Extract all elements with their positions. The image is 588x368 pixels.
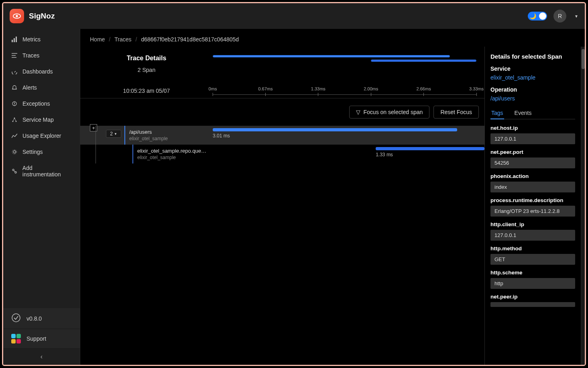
tag-row: net.host.ip127.0.0.1: [490, 125, 575, 144]
scrollbar[interactable]: [581, 47, 585, 365]
tag-row: phoenix.actionindex: [490, 173, 575, 192]
tag-value: GET: [490, 254, 575, 265]
breadcrumb-home[interactable]: Home: [90, 36, 105, 43]
tag-key: http.client_ip: [490, 221, 575, 227]
span-operation: elixir_otel_sample.repo.que…: [137, 148, 213, 154]
minimap-bar: [371, 59, 476, 62]
tick-label: 2.00ms: [364, 86, 378, 91]
breadcrumb-traces[interactable]: Traces: [114, 36, 131, 43]
reset-focus-button[interactable]: Reset Focus: [433, 106, 479, 119]
operation-link[interactable]: /api/users: [490, 95, 575, 102]
child-count-badge[interactable]: 2 ▼: [106, 130, 121, 138]
tab-tags[interactable]: Tags: [490, 107, 504, 119]
operation-label: Operation: [490, 86, 575, 93]
span-duration-bar: [213, 128, 457, 131]
sidebar-item-label: Settings: [22, 149, 43, 155]
dashboard-icon: [11, 68, 18, 75]
sidebar-item-settings[interactable]: Settings: [3, 144, 80, 160]
tag-value: 127.0.0.1: [490, 230, 575, 241]
svg-line-17: [14, 118, 16, 121]
tag-row: net.peer.ip: [490, 294, 575, 307]
focus-span-button[interactable]: ▽ Focus on selected span: [349, 106, 430, 119]
minimap-bar: [213, 55, 450, 57]
sidebar-item-label: Alerts: [22, 84, 37, 91]
sidebar-item-dashboards[interactable]: Dashboards: [3, 63, 80, 80]
tag-value: 127.0.0.1: [490, 133, 575, 144]
span-row[interactable]: 2 ▼ /api/users elixir_otel_sample 3.01 m…: [80, 126, 484, 145]
reset-label: Reset Focus: [440, 109, 472, 115]
svg-line-22: [14, 171, 15, 172]
span-details-panel: Details for selected Span Service elixir…: [484, 47, 581, 365]
sidebar-item-instrumentation[interactable]: Add instrumentation: [3, 160, 80, 182]
svg-rect-2: [12, 40, 13, 42]
sidebar-collapse[interactable]: ‹: [3, 349, 80, 365]
tag-row: http.client_ip127.0.0.1: [490, 221, 575, 241]
graph-icon: [11, 117, 18, 123]
tag-key: process.runtime.description: [490, 197, 575, 203]
tab-events[interactable]: Events: [514, 107, 533, 119]
caret-down-icon: ▼: [114, 132, 117, 136]
tag-key: phoenix.action: [490, 173, 575, 179]
app-header: SigNoz 🌙 R ▼: [3, 3, 585, 29]
breadcrumb-id: d68667f0eb217941d8ec5817c064805d: [141, 36, 239, 43]
moon-icon: 🌙: [529, 13, 536, 19]
slack-icon: [11, 334, 21, 343]
tag-value: 54256: [490, 157, 575, 168]
span-service: elixir_otel_sample: [129, 136, 213, 141]
dark-mode-toggle[interactable]: 🌙: [528, 12, 547, 20]
sidebar-item-traces[interactable]: Traces: [3, 47, 80, 63]
sidebar-version[interactable]: v0.8.0: [3, 308, 80, 329]
svg-point-23: [12, 314, 20, 322]
breadcrumb: Home / Traces / d68667f0eb217941d8ec5817…: [80, 29, 585, 47]
svg-line-16: [13, 118, 14, 121]
service-link[interactable]: elixir_otel_sample: [490, 74, 575, 81]
svg-rect-3: [14, 38, 15, 42]
bar-chart-icon: [11, 36, 18, 43]
trace-span-count: 2 Span: [84, 67, 209, 73]
sidebar-support[interactable]: Support: [3, 329, 80, 349]
sidebar-item-exceptions[interactable]: Exceptions: [3, 96, 80, 112]
tag-row: http.schemehttp: [490, 270, 575, 289]
badge-count: 2: [110, 131, 113, 137]
sidebar: Metrics Traces Dashboards Alerts Excepti…: [3, 29, 80, 365]
time-axis: 0ms 0.67ms 1.33ms 2.00ms 2.66ms 3.33ms: [213, 85, 476, 95]
sidebar-item-label: Metrics: [22, 36, 41, 43]
svg-rect-4: [16, 37, 17, 42]
sidebar-item-servicemap[interactable]: Service Map: [3, 112, 80, 128]
tag-key: http.scheme: [490, 270, 575, 276]
tick-label: 1.33ms: [311, 86, 326, 91]
avatar[interactable]: R: [553, 10, 566, 22]
sidebar-item-label: Exceptions: [22, 100, 50, 107]
tag-row: process.runtime.descriptionErlang/OTP 23…: [490, 197, 575, 217]
check-circle-icon: [11, 313, 21, 324]
sidebar-item-alerts[interactable]: Alerts: [3, 80, 80, 96]
tag-value: index: [490, 182, 575, 192]
chevron-left-icon: ‹: [41, 353, 43, 360]
svg-point-12: [14, 104, 15, 105]
trace-minimap[interactable]: [213, 55, 476, 66]
svg-point-20: [12, 169, 14, 171]
brand-title: SigNoz: [29, 12, 55, 20]
sidebar-item-label: Traces: [22, 52, 39, 59]
sidebar-item-label: Usage Explorer: [22, 133, 61, 139]
tag-key: net.peer.ip: [490, 294, 575, 300]
toggle-knob: [539, 12, 546, 20]
sidebar-item-label: Dashboards: [22, 68, 53, 75]
bug-icon: [11, 100, 18, 107]
sidebar-item-usage[interactable]: Usage Explorer: [3, 128, 80, 144]
svg-point-18: [13, 151, 16, 153]
svg-point-21: [15, 172, 16, 173]
tag-value: http: [490, 278, 575, 289]
api-icon: [11, 168, 18, 174]
tag-value: [490, 302, 575, 307]
sidebar-item-label: Add instrumentation: [22, 165, 72, 178]
sidebar-item-label: Service Map: [22, 117, 54, 123]
trace-title: Trace Details: [84, 55, 209, 62]
sidebar-item-metrics[interactable]: Metrics: [3, 31, 80, 47]
tag-key: net.peer.port: [490, 149, 575, 155]
span-service: elixir_otel_sample: [137, 155, 213, 160]
span-row[interactable]: elixir_otel_sample.repo.que… elixir_otel…: [80, 145, 484, 164]
logo-icon: [10, 9, 24, 23]
caret-down-icon[interactable]: ▼: [574, 14, 578, 18]
filter-icon: ▽: [356, 109, 360, 115]
